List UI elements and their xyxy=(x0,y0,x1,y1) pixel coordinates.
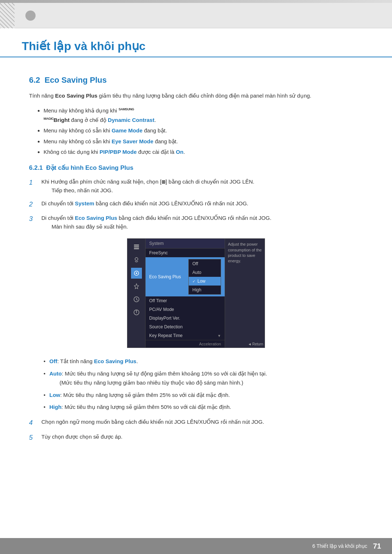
osd-sub-auto-label: Auto xyxy=(192,270,201,275)
osd-header: System xyxy=(146,239,225,249)
osd-screenshot-container: System FreeSync Eco Saving Plus Off Auto xyxy=(29,238,363,348)
osd-icon-2 xyxy=(131,255,142,266)
osd-main-panel: System FreeSync Eco Saving Plus Off Auto xyxy=(146,239,225,348)
header-stripe xyxy=(0,3,392,28)
bullet-item-1: Menu này không khả dụng khi SAMSUNGMAGIC… xyxy=(44,106,363,124)
osd-menu-displayport: DisplayPort Ver. xyxy=(146,314,225,323)
osd-screen: System FreeSync Eco Saving Plus Off Auto xyxy=(127,238,265,348)
osd-icon-5 xyxy=(131,294,142,305)
bullet-item-2: Menu này không có sẵn khi Game Mode đang… xyxy=(44,126,363,135)
pip-pbp-label: PIP/PBP Mode xyxy=(99,149,136,155)
step-5: 5 Tùy chọn được chọn sẽ được áp. xyxy=(29,432,363,443)
osd-sub-auto: Auto xyxy=(189,268,221,277)
page-circle-decoration xyxy=(25,11,36,21)
svg-line-8 xyxy=(136,299,138,300)
option-high-label: High xyxy=(49,404,61,410)
osd-freesync-label: FreeSync xyxy=(149,250,168,255)
step-2-number: 2 xyxy=(29,199,39,210)
osd-eco-saving-label: Eco Saving Plus xyxy=(149,274,181,279)
step-4-text: Chọn ngôn ngữ mong muốn bằng cách điều k… xyxy=(41,418,363,426)
step-2-text: Di chuyển tới System bằng cách điều khiể… xyxy=(41,199,363,208)
option-off-label: Off xyxy=(49,358,57,364)
intro-bold: Eco Saving Plus xyxy=(55,93,98,99)
option-auto: Auto: Mức tiêu thụ năng lượng sẽ tự động… xyxy=(44,369,363,387)
bullet-item-3: Menu này không có sẵn khi Eye Saver Mode… xyxy=(44,137,363,146)
svg-point-5 xyxy=(136,272,137,274)
option-off: Off: Tắt tính năng Eco Saving Plus. xyxy=(44,357,363,366)
option-auto-sub: (Mức tiêu thụ năng lượng giảm bao nhiêu … xyxy=(60,379,243,386)
osd-submenu: Off Auto ✓ Low High xyxy=(188,259,221,295)
osd-return-label: Return xyxy=(252,342,263,346)
page-title: Thiết lập và khôi phục xyxy=(0,28,392,57)
osd-source-label: Source Detection xyxy=(149,324,183,329)
osd-sidebar xyxy=(127,239,146,348)
section-number: 6.2 xyxy=(29,75,40,85)
bright-label: Bright xyxy=(54,117,70,123)
osd-sub-off: Off xyxy=(189,259,221,268)
bullet-list: Menu này không khả dụng khi SAMSUNGMAGIC… xyxy=(44,106,363,157)
step-1-number: 1 xyxy=(29,177,39,188)
section-title: Eco Saving Plus xyxy=(45,75,107,85)
intro-paragraph: Tính năng Eco Saving Plus giảm tiêu thụ … xyxy=(29,91,363,100)
jog-icon: ⊞ xyxy=(162,179,166,185)
option-off-eco-label: Eco Saving Plus xyxy=(94,358,136,364)
footer-text: 6 Thiết lập và khôi phục xyxy=(312,543,367,549)
osd-right-panel: Adjust the power consumption of the prod… xyxy=(225,239,265,348)
top-decorative-bar xyxy=(0,0,392,3)
osd-menu-pcav: PC/AV Mode xyxy=(146,305,225,314)
sub-section-heading: 6.2.1 Đặt cấu hình Eco Saving Plus xyxy=(29,164,363,172)
option-low: Low: Mức tiêu thụ năng lượng sẽ giảm thê… xyxy=(44,390,363,400)
osd-menu-key-repeat: Key Repeat Time ▼ xyxy=(146,331,225,340)
step-1-text: Khi Hướng dẫn phím chức năng xuất hiện, … xyxy=(41,177,363,195)
step-3-number: 3 xyxy=(29,214,39,224)
osd-menu-freesync: FreeSync xyxy=(146,249,225,257)
step-4: 4 Chọn ngôn ngữ mong muốn bằng cách điều… xyxy=(29,418,363,428)
step-1-sub: Tiếp theo, nhấn nút JOG. xyxy=(52,187,113,193)
osd-pcav-label: PC/AV Mode xyxy=(149,307,174,312)
osd-sub-high-label: High xyxy=(192,287,201,292)
svg-point-11 xyxy=(136,311,137,311)
osd-sub-low: ✓ Low xyxy=(189,277,221,286)
step-2: 2 Di chuyển tới System bằng cách điều kh… xyxy=(29,199,363,210)
option-low-label: Low xyxy=(49,392,60,398)
osd-icon-6 xyxy=(131,307,142,318)
step-3-text: Di chuyển tới Eco Saving Plus bằng cách … xyxy=(41,214,363,231)
osd-menu-source: Source Detection xyxy=(146,323,225,331)
osd-displayport-label: DisplayPort Ver. xyxy=(149,316,180,321)
steps-list-2: 4 Chọn ngôn ngữ mong muốn bằng cách điều… xyxy=(29,418,363,443)
options-list: Off: Tắt tính năng Eco Saving Plus. Auto… xyxy=(44,357,363,412)
osd-header-label: System xyxy=(149,241,164,246)
option-auto-label: Auto xyxy=(49,370,62,377)
content-area: 6.2 Eco Saving Plus Tính năng Eco Saving… xyxy=(0,68,392,477)
step-4-number: 4 xyxy=(29,418,39,428)
osd-icon-4 xyxy=(131,281,142,292)
svg-rect-1 xyxy=(134,246,139,247)
osd-icon-1 xyxy=(131,242,142,253)
game-mode-label: Game Mode xyxy=(111,127,142,134)
section-heading: 6.2 Eco Saving Plus xyxy=(29,75,363,85)
step-1: 1 Khi Hướng dẫn phím chức năng xuất hiện… xyxy=(29,177,363,195)
sub-section-number: 6.2.1 xyxy=(29,164,43,171)
eye-saver-mode-label: Eye Saver Mode xyxy=(111,138,153,144)
step-3: 3 Di chuyển tới Eco Saving Plus bằng các… xyxy=(29,214,363,231)
svg-rect-2 xyxy=(134,248,139,249)
osd-sub-low-label: Low xyxy=(197,279,205,284)
svg-rect-0 xyxy=(134,245,139,246)
eco-saving-plus-label: Eco Saving Plus xyxy=(75,215,117,221)
step-5-text: Tùy chọn được chọn sẽ được áp. xyxy=(41,432,363,441)
bullet-item-4: Không có tác dụng khi PIP/PBP Mode được … xyxy=(44,147,363,157)
osd-menu-eco-saving: Eco Saving Plus Off Auto ✓ Low xyxy=(146,257,225,296)
main-title-text: Thiết lập và khôi phục xyxy=(22,40,146,53)
osd-key-repeat-arrow: ▼ xyxy=(217,334,221,338)
option-high: High: Mức tiêu thụ năng lượng sẽ giảm th… xyxy=(44,402,363,412)
step-5-number: 5 xyxy=(29,432,39,443)
osd-icon-3-active xyxy=(131,268,142,279)
sub-section-title: Đặt cấu hình Eco Saving Plus xyxy=(46,164,133,171)
system-label: System xyxy=(75,200,94,206)
osd-menu-off-timer: Off Timer xyxy=(146,296,225,305)
osd-right-text: Adjust the power consumption of the prod… xyxy=(228,242,262,263)
osd-off-timer-label: Off Timer xyxy=(149,298,167,303)
osd-return: ◄ Return xyxy=(248,342,263,346)
step-3-sub: Màn hình sau đây sẽ xuất hiện. xyxy=(52,223,128,230)
osd-sub-high: High xyxy=(189,286,221,294)
